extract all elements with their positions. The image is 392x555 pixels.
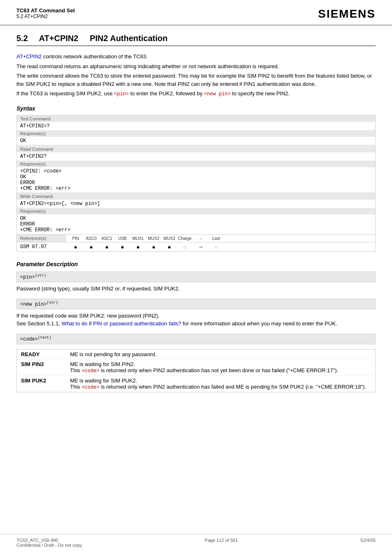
intro-newpin-mono: <new pin> <box>204 91 231 97</box>
param-newpin-link[interactable]: What to do if PIN or password authentica… <box>62 320 181 327</box>
reference-headers: PINASC0ASC1USBMUX1MUX2MUX3Charge→Last <box>66 235 375 242</box>
ref-col-header: MUX1 <box>132 236 144 241</box>
write-response-value: OK ERROR +CME ERROR: <err> <box>17 214 376 235</box>
param-pin-desc: Password (string type), usually SIM PIN2… <box>16 285 376 293</box>
read-response-value: +CPIN2: <code> OK ERROR +CME ERROR: <err… <box>17 167 376 193</box>
param-code-box: <code>(text) <box>16 334 376 344</box>
test-command-label: Test Command <box>17 115 376 122</box>
param-code-sup: (text) <box>38 336 51 340</box>
write-response-label-row: Response(s) <box>17 208 376 214</box>
write-response-row: OK ERROR +CME ERROR: <err> <box>17 214 376 235</box>
dot-filled-icon: ● <box>90 244 93 250</box>
test-response-label: Response(s) <box>17 130 376 137</box>
dot-empty-icon: ○ <box>183 244 187 250</box>
read-response-label: Response(s) <box>17 161 376 167</box>
ref-col--: → <box>193 236 208 241</box>
gsm-dot-col-2: ● <box>99 244 115 250</box>
read-command-value: AT+CPIN2? <box>17 152 376 161</box>
write-command-label: Write Command <box>17 193 376 200</box>
main-content: 5.2 AT+CPIN2 PIN2 Authentication AT+CPIN… <box>0 25 392 406</box>
read-response-row: +CPIN2: <code> OK ERROR +CME ERROR: <err… <box>17 167 376 193</box>
ref-col-last: Last <box>208 236 224 241</box>
param-code-desc: ME is waiting for SIM PIN2.This <code> i… <box>66 359 376 375</box>
write-command-label-row: Write Command <box>17 193 376 200</box>
syntax-heading: Syntax <box>16 105 376 112</box>
footer-confidential: Confidential / Draft - Do not copy <box>16 543 82 548</box>
ref-col-header: Charge <box>178 236 192 241</box>
param-heading: Parameter Description <box>16 261 376 267</box>
header-title: TC63 AT Command Set <box>16 7 75 14</box>
intro-line4-pre: If the TC63 is requesting SIM PUK2, use <box>16 90 114 97</box>
ref-col-asc0: ASC0 <box>83 236 99 241</box>
dot-filled-icon: ● <box>136 244 140 250</box>
param-code-name: SIM PIN2 <box>17 359 66 375</box>
ref-col-header: ASC0 <box>86 236 97 241</box>
page-header: TC63 AT Command Set 5.2 AT+CPIN2 SIEMENS <box>0 0 392 25</box>
intro-pin-mono: <pin> <box>114 91 129 97</box>
test-response-value: OK <box>17 137 376 145</box>
gsm-dot-col-9: ○ <box>208 244 224 250</box>
gsm-dot-col-0: ● <box>68 244 83 250</box>
section-number: 5.2 <box>16 34 28 43</box>
param-code-desc: ME is not pending for any password. <box>66 349 376 359</box>
param-code-desc: ME is waiting for SIM PUK2.This <code> i… <box>66 375 376 392</box>
param-pin-box: <pin>(str) <box>16 272 376 282</box>
reference-label: Reference(s) <box>17 235 66 242</box>
gsm-dot-col-6: ● <box>161 244 177 250</box>
read-command-row: AT+CPIN2? <box>17 152 376 161</box>
ref-col-header: USB <box>118 236 127 241</box>
ref-col-mux3: MUX3 <box>161 236 177 241</box>
read-command-label-row: Read Command <box>17 146 376 152</box>
reference-row: Reference(s) PINASC0ASC1USBMUX1MUX2MUX3C… <box>16 235 376 242</box>
test-command-value: AT+CPIN2=? <box>17 122 376 130</box>
ref-col-asc1: ASC1 <box>99 236 115 241</box>
intro-line1: AT+CPIN2 controls network authentication… <box>16 53 376 61</box>
header-subtitle: 5.2 AT+CPIN2 <box>16 14 75 19</box>
dot-filled-icon: ● <box>168 244 171 250</box>
read-command-label: Read Command <box>17 146 376 152</box>
ref-col-header: → <box>198 236 203 241</box>
table-row: SIM PIN2ME is waiting for SIM PIN2.This … <box>17 359 376 375</box>
intro-link[interactable]: AT+CPIN2 <box>16 53 42 60</box>
dot-filled-icon: ● <box>121 244 124 250</box>
gsm-dots: ●●●●●●●○→○ <box>66 243 375 251</box>
dot-filled-icon: ● <box>152 244 155 250</box>
write-response-label: Response(s) <box>17 208 376 214</box>
test-response-row: OK <box>17 137 376 145</box>
param-code-name: SIM PUK2 <box>17 375 66 392</box>
param-newpin-desc: If the requested code was SIM PUK2: new … <box>16 312 376 328</box>
ref-col-pin: PIN <box>68 236 83 241</box>
arrow-icon: → <box>198 244 203 250</box>
ref-col-mux2: MUX2 <box>146 236 161 241</box>
read-response-label-row: Response(s) <box>17 161 376 167</box>
ref-col-header: MUX3 <box>164 236 175 241</box>
footer-doc: TC63_ATC_V00.490 <box>16 538 82 543</box>
param-newpin-sup: (str) <box>47 301 58 305</box>
gsm-dot-col-4: ● <box>130 244 146 250</box>
param-code-name: READY <box>17 349 66 359</box>
header-logo: SIEMENS <box>318 7 376 21</box>
table-row: READYME is not pending for any password. <box>17 349 376 359</box>
gsm-dot-col-5: ● <box>146 244 161 250</box>
ref-col-header: ASC1 <box>101 236 112 241</box>
gsm-dot-col-1: ● <box>83 244 99 250</box>
gsm-dot-col-7: ○ <box>177 244 193 250</box>
write-command-value: AT+CPIN2=<pin>[, <new pin>] <box>17 200 376 208</box>
intro-line4-post: to specify the new PIN2. <box>231 90 290 97</box>
section-command: AT+CPIN2 <box>39 34 78 43</box>
ref-col-mux1: MUX1 <box>130 236 146 241</box>
dot-filled-icon: ● <box>105 244 108 250</box>
param-newpin-box: <new pin>(str) <box>16 299 376 309</box>
intro-line2: The read command returns an alphanumeric… <box>16 62 376 71</box>
intro-line1-rest: controls network authentication of the T… <box>42 53 148 60</box>
ref-col-header: Last <box>212 236 220 241</box>
syntax-table: Test Command AT+CPIN2=? Response(s) OK R… <box>16 115 376 235</box>
header-left: TC63 AT Command Set 5.2 AT+CPIN2 <box>16 7 75 19</box>
test-command-row: AT+CPIN2=? <box>17 122 376 130</box>
param-pin-sup: (str) <box>35 274 46 278</box>
intro-line4-mid: to enter the PUK2, followed by <box>129 90 204 97</box>
gsm-row: GSM 07.07 ●●●●●●●○→○ <box>16 242 376 252</box>
test-response-label-row: Response(s) <box>17 130 376 137</box>
section-heading: 5.2 AT+CPIN2 PIN2 Authentication <box>16 34 376 46</box>
footer-left: TC63_ATC_V00.490 Confidential / Draft - … <box>16 538 82 548</box>
